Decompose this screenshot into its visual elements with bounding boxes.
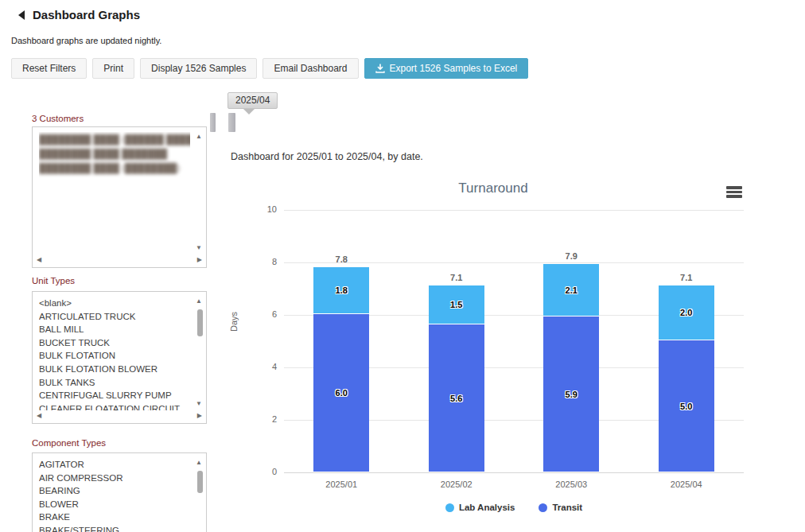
- stacked-bar-2025/04[interactable]: 2.05.0: [659, 285, 714, 472]
- segment-lab-analysis[interactable]: 2.0: [659, 285, 714, 340]
- segment-value-label: 1.5: [450, 300, 462, 309]
- unit-type-item[interactable]: BALL MILL: [39, 323, 190, 336]
- stacked-bar-2025/01[interactable]: 1.86.0: [313, 267, 369, 472]
- customer-item-redacted[interactable]: ████████ ████ (████████): [39, 161, 190, 175]
- unit-type-item[interactable]: BULK FLOTATION BLOWER: [39, 363, 190, 376]
- legend-item-transit[interactable]: Transit: [539, 503, 582, 512]
- dashboard-caption: Dashboard for 2025/01 to 2025/04, by dat…: [231, 151, 423, 162]
- scroll-right-icon[interactable]: ▶: [197, 257, 202, 263]
- segment-lab-analysis[interactable]: 1.5: [429, 285, 484, 324]
- download-icon: [375, 64, 385, 73]
- reset-filters-button[interactable]: Reset Filters: [11, 58, 87, 79]
- scroll-left-icon[interactable]: ◀: [37, 413, 41, 419]
- gridline: [284, 472, 744, 473]
- slider-tooltip-pointer-icon: [243, 109, 255, 115]
- chart-title: Turnaround: [231, 181, 756, 196]
- legend-label: Transit: [552, 503, 582, 512]
- component-type-item[interactable]: BEARING: [39, 484, 190, 498]
- segment-lab-analysis[interactable]: 2.1: [543, 264, 599, 316]
- unit-type-item[interactable]: CLEANER FLOATATION CIRCUIT: [39, 402, 190, 410]
- unit-type-item[interactable]: BULK FLOTATION: [39, 349, 190, 363]
- component-type-item[interactable]: BRAKE/STEERING: [39, 524, 190, 532]
- bar-total-label: 7.9: [543, 251, 599, 261]
- print-button[interactable]: Print: [92, 58, 134, 79]
- customer-item-redacted[interactable]: ████████ ████ ███████: [39, 146, 190, 161]
- bar-total-label: 7.1: [659, 273, 714, 282]
- segment-value-label: 5.6: [450, 394, 462, 403]
- scroll-down-icon[interactable]: ▼: [196, 401, 202, 407]
- legend-marker-icon: [445, 503, 454, 512]
- component-type-item[interactable]: AIR COMPRESSOR: [39, 472, 190, 485]
- scroll-up-icon[interactable]: ▲: [196, 134, 202, 140]
- chart-legend: Lab AnalysisTransit: [284, 503, 744, 512]
- scroll-right-icon[interactable]: ▶: [197, 413, 202, 419]
- chart-menu-icon[interactable]: [726, 186, 742, 200]
- date-range-right-handle[interactable]: [228, 113, 235, 132]
- toolbar: Reset Filters Print Display 1526 Samples…: [11, 58, 528, 79]
- page-subtitle: Dashboard graphs are updated nightly.: [11, 36, 161, 45]
- component-type-item[interactable]: AGITATOR: [39, 458, 190, 472]
- scroll-left-icon[interactable]: ◀: [37, 257, 41, 263]
- unit-type-item[interactable]: ARTICULATED TRUCK: [39, 310, 190, 324]
- y-tick-label: 2: [231, 414, 277, 424]
- legend-item-lab-analysis[interactable]: Lab Analysis: [445, 503, 515, 512]
- turnaround-chart: Turnaround Days 1.86.07.82025/011.55.67.…: [231, 177, 788, 532]
- page-title: Dashboard Graphs: [33, 8, 140, 21]
- component-types-label: Component Types: [32, 438, 106, 448]
- segment-transit[interactable]: 5.0: [659, 340, 714, 472]
- customers-list: ████████ ████ (██████ ███████) ████████ …: [39, 132, 190, 254]
- customers-listbox[interactable]: ████████ ████ (██████ ███████) ████████ …: [32, 126, 207, 268]
- customers-label: 3 Customers: [32, 114, 84, 123]
- legend-marker-icon: [539, 503, 547, 512]
- unit-type-item[interactable]: CENTRIFUGAL SLURRY PUMP: [39, 389, 190, 402]
- unit-type-item[interactable]: <blank>: [39, 297, 190, 310]
- segment-transit[interactable]: 5.9: [543, 316, 599, 472]
- scroll-down-icon[interactable]: ▼: [196, 245, 202, 251]
- export-excel-button[interactable]: Export 1526 Samples to Excel: [364, 58, 529, 79]
- y-tick-label: 10: [231, 204, 277, 214]
- segment-value-label: 5.0: [680, 402, 692, 411]
- bar-total-label: 7.8: [313, 254, 369, 264]
- x-tick-label: 2025/04: [651, 480, 722, 489]
- y-tick-label: 6: [231, 309, 277, 319]
- unit-type-item[interactable]: BULK TANKS: [39, 376, 190, 390]
- component-type-item[interactable]: BRAKE: [39, 511, 190, 524]
- component-type-item[interactable]: BLOWER: [39, 498, 190, 511]
- segment-value-label: 2.1: [566, 285, 578, 295]
- segment-value-label: 2.0: [680, 308, 692, 317]
- email-dashboard-button[interactable]: Email Dashboard: [262, 58, 358, 79]
- unit-types-listbox[interactable]: <blank> ARTICULATED TRUCK BALL MILL BUCK…: [32, 291, 207, 424]
- segment-lab-analysis[interactable]: 1.8: [313, 267, 369, 314]
- stacked-bar-2025/02[interactable]: 1.55.6: [429, 285, 484, 472]
- stacked-bar-2025/03[interactable]: 2.15.9: [543, 264, 599, 472]
- bar-total-label: 7.1: [429, 273, 484, 282]
- scroll-up-icon[interactable]: ▲: [196, 298, 202, 305]
- y-tick-label: 4: [231, 362, 277, 371]
- vertical-scrollbar-thumb[interactable]: [197, 471, 203, 493]
- segment-transit[interactable]: 5.6: [429, 324, 484, 472]
- x-tick-label: 2025/03: [535, 480, 607, 489]
- display-samples-button[interactable]: Display 1526 Samples: [140, 58, 257, 79]
- unit-types-label: Unit Types: [32, 276, 75, 285]
- component-types-listbox[interactable]: AGITATOR AIR COMPRESSOR BEARING BLOWER B…: [32, 452, 207, 532]
- unit-types-list: <blank> ARTICULATED TRUCK BALL MILL BUCK…: [39, 297, 190, 410]
- segment-value-label: 6.0: [336, 388, 348, 398]
- back-icon[interactable]: [18, 10, 25, 20]
- y-tick-label: 0: [231, 467, 277, 476]
- customer-item-redacted[interactable]: ████████ ████ (██████ ███████): [39, 132, 190, 146]
- segment-transit[interactable]: 6.0: [313, 314, 369, 472]
- vertical-scrollbar-thumb[interactable]: [197, 309, 203, 336]
- turnaround-plot: 1.86.07.82025/011.55.67.12025/022.15.97.…: [284, 210, 744, 472]
- component-types-list: AGITATOR AIR COMPRESSOR BEARING BLOWER B…: [39, 458, 190, 532]
- segment-value-label: 1.8: [336, 285, 348, 295]
- legend-label: Lab Analysis: [459, 503, 515, 512]
- scroll-up-icon[interactable]: ▲: [196, 460, 202, 466]
- export-excel-label: Export 1526 Samples to Excel: [390, 63, 518, 74]
- x-tick-label: 2025/01: [305, 480, 377, 489]
- segment-value-label: 5.9: [566, 390, 578, 399]
- gridline: [284, 210, 744, 211]
- y-tick-label: 8: [231, 257, 277, 266]
- slider-value-tooltip: 2025/04: [228, 92, 278, 109]
- unit-type-item[interactable]: BUCKET TRUCK: [39, 336, 190, 350]
- date-range-left-handle[interactable]: [210, 113, 216, 132]
